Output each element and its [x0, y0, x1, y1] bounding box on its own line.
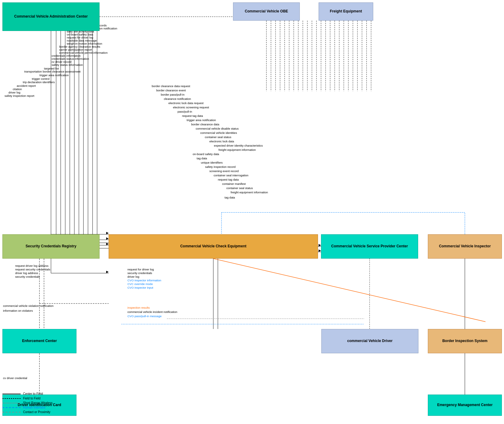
freight-label: Freight Equipment — [330, 9, 362, 14]
flow-sec-4: security credentials — [15, 275, 40, 278]
flow-ce-4: CVO inspector information — [127, 279, 161, 282]
flow-label-19: trip declaration identifiers — [23, 80, 55, 84]
emergency-label: Emergency Management Center — [437, 403, 493, 408]
flow-ce-2: security credentials — [127, 271, 152, 275]
svg-marker-62 — [106, 243, 109, 245]
obd-flow-2: border clearance event — [156, 89, 186, 92]
flow-out-1: inspection results — [127, 306, 150, 309]
obd-flow-5: electronic lock data request — [168, 101, 204, 105]
obd-flow-14: electronic lock data — [209, 140, 234, 143]
flow-label-17: trigger area notification — [39, 73, 69, 77]
flow-label-22: driver log — [8, 91, 20, 94]
legend-label-field: Field to Field — [23, 397, 40, 400]
diagram-container: border clearance event records commercia… — [0, 0, 504, 424]
obd-flow-18: tag data — [197, 157, 207, 160]
legend-field-to-field: Field to Field — [2, 397, 52, 400]
legend-line-human — [2, 407, 21, 408]
legend-center-to-field: Center to Field — [2, 392, 52, 395]
obd-flow-12: commercial vehicle identities — [200, 131, 237, 134]
admin-center-label: Commercial Vehicle Administration Center — [14, 14, 88, 19]
obd-flow-23: request tag data — [218, 178, 239, 181]
obd-flow-4: clearance notification — [164, 97, 191, 100]
flow-sec-2: request security credentials — [15, 268, 50, 271]
flow-enf-1: commercial vehicle violation notificatio… — [3, 304, 53, 307]
legend-label-short: Short Range Wireless — [23, 401, 52, 405]
legend-line-short — [2, 403, 21, 403]
obd-flow-8: request tag data — [182, 114, 203, 117]
obd-flow-20: safety inspection record — [205, 165, 235, 168]
svg-marker-65 — [319, 249, 321, 252]
obd-flow-21: screening event record — [209, 169, 239, 173]
flow-sec-3: driver log address — [15, 271, 38, 275]
border-inspection-node: Border Inspection System — [428, 329, 502, 353]
flow-label-21: citation — [13, 87, 22, 91]
legend-line-field — [2, 398, 21, 399]
svg-marker-64 — [319, 244, 321, 246]
obd-flow-24: container manifest — [222, 182, 246, 185]
flow-sec-1: request driver log address — [15, 264, 49, 267]
obd-node: Commercial Vehicle OBE — [233, 2, 300, 21]
flow-enf-3: cv driver credential — [3, 376, 27, 380]
obd-flow-19: unique identifiers — [201, 161, 223, 164]
obd-flow-16: freight equipment information — [218, 148, 256, 151]
flow-label-16: transportation border clearance assessme… — [24, 70, 80, 73]
obd-flow-13: container seal status — [205, 135, 231, 139]
emergency-node: Emergency Management Center — [428, 395, 502, 416]
legend-short-range: Short Range Wireless — [2, 401, 52, 405]
obd-flow-11: commercial vehicle disable status — [196, 127, 239, 130]
legend-human: Human Interface — [2, 406, 52, 409]
enforcement-label: Enforcement Center — [22, 339, 57, 344]
flow-enf-2: information on violators — [3, 309, 33, 312]
legend-line-contact — [2, 412, 21, 412]
obd-flow-27: tag data — [225, 196, 235, 199]
legend-label-solid: Center to Field — [23, 392, 43, 395]
check-equipment-label: Commercial Vehicle Check Equipment — [180, 244, 246, 249]
inspector-node: Commercial Vehicle Inspector — [428, 234, 502, 259]
svg-line-56 — [213, 259, 485, 322]
obd-flow-3: border pass/pull-in — [161, 93, 184, 96]
service-provider-label: Commercial Vehicle Service Provider Cent… — [331, 244, 408, 249]
obd-flow-1: border clearance data request — [152, 84, 190, 88]
cv-driver-label: commercial Vehicle Driver — [347, 339, 392, 344]
obd-flow-15: expected driver identity characteristics — [214, 144, 263, 147]
inspector-label: Commercial Vehicle Inspector — [439, 244, 491, 249]
cv-driver-node: commercial Vehicle Driver — [321, 329, 418, 353]
flow-ce-6: CVO inspector input — [127, 286, 153, 289]
flow-label-23: safety inspection report — [5, 94, 34, 97]
freight-node: Freight Equipment — [319, 2, 373, 21]
obd-flow-25: container seal status — [226, 186, 253, 190]
obd-flow-10: border clearance data — [191, 123, 219, 126]
obd-flow-26: freight equipment information — [231, 191, 268, 194]
svg-marker-60 — [106, 232, 109, 234]
flow-label-20: accident report — [17, 84, 36, 87]
flow-out-2: commercial vehicle incident notification — [127, 310, 177, 314]
flow-out-3: CVO pass/pull-in message — [127, 314, 161, 318]
obd-flow-9: trigger area notification — [187, 118, 216, 122]
flow-ce-3: driver log — [127, 275, 139, 278]
check-equipment-node: Commercial Vehicle Check Equipment — [109, 234, 318, 259]
legend-contact: Contact or Proximity — [2, 410, 52, 414]
obd-flow-7: pass/pull-in — [178, 110, 192, 113]
obd-flow-6: electronic screening request — [173, 106, 209, 109]
security-node: Security Credentials Registry — [2, 234, 100, 259]
legend-label-human: Human Interface — [23, 406, 46, 409]
flow-label-14: safety status information — [52, 63, 83, 66]
security-label: Security Credentials Registry — [25, 244, 76, 249]
border-inspection-label: Border Inspection System — [442, 339, 488, 344]
legend-line-solid — [2, 394, 21, 394]
flow-ce-1: request for driver log — [127, 268, 154, 271]
legend-label-contact: Contact or Proximity — [23, 410, 50, 414]
obd-flow-22: container seal interrogation — [214, 174, 249, 177]
obd-flow-17: on-board safety data — [193, 152, 219, 156]
enforcement-node: Enforcement Center — [2, 329, 76, 353]
svg-marker-63 — [106, 271, 109, 273]
admin-center-node: Commercial Vehicle Administration Center — [2, 2, 100, 31]
service-provider-node: Commercial Vehicle Service Provider Cent… — [321, 234, 418, 259]
svg-marker-61 — [106, 237, 109, 240]
flow-label-18: trigger control — [32, 77, 49, 80]
legend: Center to Field Field to Field Short Ran… — [2, 392, 52, 415]
flow-ce-5: CVC override mode — [127, 282, 153, 286]
obd-label: Commercial Vehicle OBE — [245, 9, 288, 14]
